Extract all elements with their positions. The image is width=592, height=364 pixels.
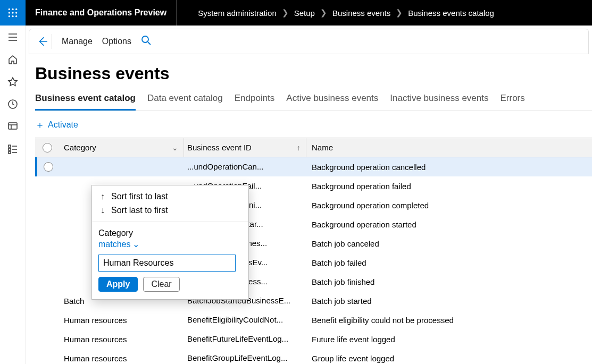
column-bid-label: Business event ID bbox=[187, 143, 252, 152]
sort-desc-option[interactable]: ↓ Sort last to first bbox=[97, 204, 243, 217]
cell-business-event-id: BenefitEligibilityCouldNot... bbox=[184, 310, 306, 329]
modules-icon[interactable] bbox=[6, 142, 19, 155]
column-name[interactable]: Name bbox=[306, 143, 592, 152]
arrow-up-icon: ↑ bbox=[101, 192, 105, 201]
tab-catalog[interactable]: Business event catalog bbox=[35, 89, 136, 111]
breadcrumb-item[interactable]: Business events bbox=[332, 9, 390, 18]
cell-business-event-id: BenefitGroupLifeEventLog... bbox=[184, 349, 306, 364]
sort-asc-option[interactable]: ↑ Sort first to last bbox=[97, 190, 243, 204]
apply-button[interactable]: Apply bbox=[98, 277, 138, 292]
chevron-right-icon: ❯ bbox=[320, 8, 327, 18]
cell-name: Batch job finished bbox=[306, 277, 592, 286]
cell-business-event-id: BenefitFutureLifeEventLog... bbox=[184, 329, 306, 349]
svg-point-6 bbox=[9, 15, 10, 17]
svg-rect-13 bbox=[9, 123, 17, 129]
clock-icon[interactable] bbox=[6, 98, 19, 111]
top-bar: Finance and Operations Preview System ad… bbox=[0, 0, 592, 26]
arrow-down-icon: ↓ bbox=[101, 206, 105, 215]
tab-inactive[interactable]: Inactive business events bbox=[390, 89, 488, 111]
nav-rail bbox=[0, 26, 26, 364]
cell-category: Human resources bbox=[60, 310, 184, 329]
cell-business-event-id: ...undOperationCan... bbox=[184, 157, 306, 176]
tab-endpoints[interactable]: Endpoints bbox=[235, 89, 275, 111]
tab-errors[interactable]: Errors bbox=[501, 89, 525, 111]
column-filter-popup: ↑ Sort first to last ↓ Sort last to firs… bbox=[91, 185, 249, 300]
select-all[interactable] bbox=[35, 143, 60, 153]
manage-command[interactable]: Manage bbox=[62, 37, 93, 46]
filter-label: Category bbox=[98, 228, 242, 238]
svg-point-3 bbox=[9, 12, 10, 13]
page-title: Business events bbox=[35, 64, 592, 83]
app-title: Finance and Operations Preview bbox=[26, 0, 177, 26]
chevron-down-icon: ⌄ bbox=[172, 143, 178, 152]
cell-name: Benefit eligibility could not be process… bbox=[306, 316, 592, 325]
tab-data-event[interactable]: Data event catalog bbox=[147, 89, 223, 111]
chevron-down-icon: ⌄ bbox=[132, 239, 139, 249]
table-row[interactable]: Human resourcesBenefitGroupLifeEventLog.… bbox=[35, 349, 592, 364]
svg-point-0 bbox=[9, 9, 10, 10]
app-launcher-button[interactable] bbox=[0, 0, 26, 26]
column-name-label: Name bbox=[312, 143, 333, 152]
breadcrumb-item[interactable]: System administration bbox=[198, 9, 277, 18]
column-category[interactable]: Category ⌄ bbox=[60, 138, 184, 157]
svg-rect-16 bbox=[9, 145, 11, 147]
svg-point-8 bbox=[15, 15, 17, 17]
hamburger-icon[interactable] bbox=[6, 31, 19, 44]
breadcrumb-item[interactable]: Business events catalog bbox=[408, 9, 494, 18]
grid-header: Category ⌄ Business event ID ↑ Name bbox=[35, 138, 592, 157]
svg-rect-18 bbox=[9, 148, 11, 150]
row-select[interactable] bbox=[37, 162, 60, 172]
chevron-right-icon: ❯ bbox=[282, 8, 289, 18]
svg-point-7 bbox=[12, 15, 13, 17]
column-business-event-id[interactable]: Business event ID ↑ bbox=[184, 138, 306, 157]
cell-category: Human resources bbox=[60, 329, 184, 349]
chevron-right-icon: ❯ bbox=[396, 8, 403, 18]
table-row[interactable]: ...undOperationCan...Background operatio… bbox=[35, 157, 592, 176]
activate-label: Activate bbox=[48, 120, 78, 130]
clear-button[interactable]: Clear bbox=[143, 277, 179, 292]
cell-name: Background operation completed bbox=[306, 201, 592, 210]
plus-icon: ＋ bbox=[35, 118, 45, 131]
breadcrumb-item[interactable]: Setup bbox=[294, 9, 315, 18]
cell-name: Batch job canceled bbox=[306, 239, 592, 248]
svg-point-22 bbox=[142, 36, 148, 43]
command-bar: Manage Options bbox=[29, 29, 589, 54]
tab-active[interactable]: Active business events bbox=[286, 89, 378, 111]
svg-rect-20 bbox=[9, 151, 11, 154]
star-icon[interactable] bbox=[6, 75, 19, 88]
svg-line-23 bbox=[148, 42, 151, 45]
filter-operator-label: matches bbox=[98, 240, 130, 249]
cell-name: Background operation cancelled bbox=[306, 163, 592, 172]
cell-name: Future life event logged bbox=[306, 335, 592, 344]
column-category-label: Category bbox=[64, 143, 96, 152]
table-row[interactable]: Human resourcesBenefitEligibilityCouldNo… bbox=[35, 310, 592, 329]
svg-point-2 bbox=[15, 9, 17, 10]
filter-operator[interactable]: matches ⌄ bbox=[98, 239, 242, 249]
cell-name: Group life event logged bbox=[306, 354, 592, 363]
options-command[interactable]: Options bbox=[102, 37, 131, 46]
cell-name: Batch job started bbox=[306, 297, 592, 306]
filter-input[interactable] bbox=[98, 255, 236, 272]
workspace-icon[interactable] bbox=[6, 120, 19, 133]
tabs: Business event catalog Data event catalo… bbox=[35, 89, 592, 111]
svg-point-4 bbox=[12, 12, 13, 13]
cell-name: Background operation failed bbox=[306, 182, 592, 191]
home-icon[interactable] bbox=[6, 53, 19, 66]
cell-name: Batch job failed bbox=[306, 258, 592, 267]
search-button[interactable] bbox=[141, 35, 152, 48]
cell-name: Background operation started bbox=[306, 220, 592, 229]
svg-point-1 bbox=[12, 9, 13, 10]
cell-category: Human resources bbox=[60, 349, 184, 364]
back-button[interactable] bbox=[37, 34, 52, 49]
cell-category bbox=[60, 157, 184, 176]
table-row[interactable]: Human resourcesBenefitFutureLifeEventLog… bbox=[35, 329, 592, 349]
svg-point-5 bbox=[15, 12, 17, 13]
sort-desc-label: Sort last to first bbox=[111, 206, 168, 215]
arrow-up-icon: ↑ bbox=[297, 143, 301, 152]
breadcrumb: System administration ❯ Setup ❯ Business… bbox=[177, 8, 494, 18]
activate-button[interactable]: ＋ Activate bbox=[35, 118, 78, 131]
sort-asc-label: Sort first to last bbox=[111, 192, 168, 201]
